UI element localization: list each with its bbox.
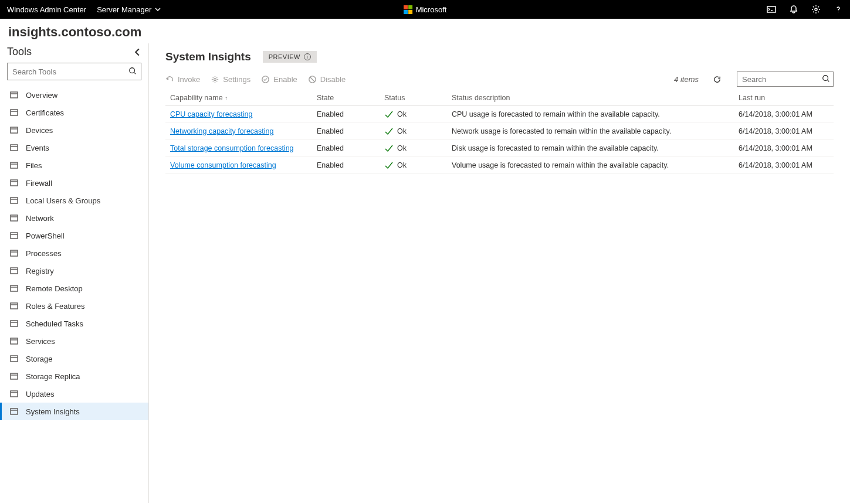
settings-icon[interactable] bbox=[811, 5, 821, 14]
collapse-sidebar-icon[interactable] bbox=[133, 48, 141, 56]
status-cell: Ok bbox=[384, 110, 442, 119]
refresh-button[interactable] bbox=[713, 75, 722, 84]
checkmark-icon bbox=[384, 161, 394, 170]
sidebar-item-label: Storage bbox=[26, 355, 53, 363]
insights-icon bbox=[9, 407, 19, 416]
svg-rect-14 bbox=[11, 268, 18, 274]
preview-badge[interactable]: PREVIEW i bbox=[263, 51, 317, 63]
sidebar-item-events[interactable]: Events bbox=[0, 139, 148, 156]
table-row[interactable]: CPU capacity forecastingEnabledOkCPU usa… bbox=[165, 106, 834, 123]
disable-button[interactable]: Disable bbox=[308, 75, 346, 84]
context-label: Server Manager bbox=[97, 5, 151, 14]
table-row[interactable]: Networking capacity forecastingEnabledOk… bbox=[165, 123, 834, 140]
svg-rect-19 bbox=[11, 356, 18, 362]
chevron-down-icon bbox=[155, 6, 161, 12]
capability-link[interactable]: Networking capacity forecasting bbox=[170, 127, 273, 135]
sidebar-item-label: System Insights bbox=[26, 407, 80, 416]
processes-icon bbox=[9, 248, 19, 258]
enable-button[interactable]: Enable bbox=[261, 75, 297, 84]
connection-header: insights.contoso.com bbox=[0, 19, 850, 43]
replica-icon bbox=[9, 372, 19, 381]
capability-link[interactable]: Volume consumption forecasting bbox=[170, 161, 276, 169]
sidebar-item-system-insights[interactable]: System Insights bbox=[0, 403, 148, 420]
table-row[interactable]: Total storage consumption forecastingEna… bbox=[165, 140, 834, 157]
sidebar-item-remote-desktop[interactable]: Remote Desktop bbox=[0, 280, 148, 297]
status-cell: Ok bbox=[384, 161, 442, 170]
files-icon bbox=[9, 161, 19, 170]
sidebar: Tools OverviewCertificatesDevicesEventsF… bbox=[0, 43, 149, 503]
sidebar-item-scheduled-tasks[interactable]: Scheduled Tasks bbox=[0, 315, 148, 332]
desc-cell: Network usage is forecasted to remain wi… bbox=[447, 123, 734, 140]
svg-rect-4 bbox=[11, 92, 18, 98]
sidebar-item-processes[interactable]: Processes bbox=[0, 244, 148, 262]
top-bar: Windows Admin Center Server Manager Micr… bbox=[0, 0, 850, 19]
help-icon[interactable] bbox=[834, 5, 843, 14]
sidebar-item-network[interactable]: Network bbox=[0, 209, 148, 227]
svg-rect-22 bbox=[11, 408, 18, 414]
disable-icon bbox=[308, 75, 317, 84]
sidebar-title: Tools bbox=[7, 46, 32, 58]
sidebar-item-label: Network bbox=[26, 214, 54, 223]
sidebar-item-local-users-groups[interactable]: Local Users & Groups bbox=[0, 192, 148, 209]
sidebar-item-overview[interactable]: Overview bbox=[0, 86, 148, 104]
sidebar-item-updates[interactable]: Updates bbox=[0, 385, 148, 403]
desc-cell: CPU usage is forecasted to remain within… bbox=[447, 106, 734, 123]
sidebar-item-certificates[interactable]: Certificates bbox=[0, 104, 148, 121]
col-capability-name[interactable]: Capability name ↑ bbox=[165, 90, 312, 106]
invoke-button[interactable]: Invoke bbox=[165, 75, 200, 84]
invoke-icon bbox=[165, 75, 174, 84]
svg-rect-21 bbox=[11, 391, 18, 397]
table-row[interactable]: Volume consumption forecastingEnabledOkV… bbox=[165, 157, 834, 174]
sidebar-item-devices[interactable]: Devices bbox=[0, 121, 148, 139]
sidebar-item-label: Scheduled Tasks bbox=[26, 319, 83, 328]
col-desc[interactable]: Status description bbox=[447, 90, 734, 106]
capability-link[interactable]: CPU capacity forecasting bbox=[170, 110, 252, 118]
state-cell: Enabled bbox=[312, 157, 380, 174]
col-last-run[interactable]: Last run bbox=[734, 90, 834, 106]
sidebar-item-label: Updates bbox=[26, 390, 54, 399]
connection-host: insights.contoso.com bbox=[8, 25, 842, 40]
firewall-icon bbox=[9, 178, 19, 188]
ms-brand: Microsoft bbox=[404, 5, 447, 14]
capability-link[interactable]: Total storage consumption forecasting bbox=[170, 144, 294, 152]
ms-label: Microsoft bbox=[416, 5, 447, 14]
last-run-cell: 6/14/2018, 3:00:01 AM bbox=[734, 140, 834, 157]
search-tools-input[interactable] bbox=[7, 63, 141, 80]
last-run-cell: 6/14/2018, 3:00:01 AM bbox=[734, 106, 834, 123]
search-icon bbox=[822, 74, 830, 83]
svg-rect-10 bbox=[11, 197, 18, 203]
sidebar-item-files[interactable]: Files bbox=[0, 156, 148, 174]
sidebar-item-registry[interactable]: Registry bbox=[0, 262, 148, 280]
checkmark-icon bbox=[384, 144, 394, 153]
settings-button[interactable]: Settings bbox=[211, 75, 250, 84]
storage-icon bbox=[9, 354, 19, 363]
sidebar-nav: OverviewCertificatesDevicesEventsFilesFi… bbox=[0, 86, 148, 420]
last-run-cell: 6/14/2018, 3:00:01 AM bbox=[734, 157, 834, 174]
col-state[interactable]: State bbox=[312, 90, 380, 106]
svg-rect-7 bbox=[11, 145, 18, 151]
svg-point-23 bbox=[214, 78, 216, 80]
table-search-input[interactable] bbox=[737, 71, 834, 87]
sidebar-item-label: Local Users & Groups bbox=[26, 196, 100, 205]
notifications-icon[interactable] bbox=[789, 5, 798, 14]
sidebar-item-storage-replica[interactable]: Storage Replica bbox=[0, 367, 148, 385]
sidebar-item-label: Devices bbox=[26, 126, 53, 135]
svg-rect-5 bbox=[11, 110, 18, 115]
sidebar-item-services[interactable]: Services bbox=[0, 332, 148, 350]
col-status[interactable]: Status bbox=[380, 90, 447, 106]
sidebar-item-label: Remote Desktop bbox=[26, 284, 83, 293]
page-title: System Insights bbox=[165, 50, 251, 63]
sidebar-item-powershell[interactable]: PowerShell bbox=[0, 227, 148, 244]
certificates-icon bbox=[9, 108, 19, 117]
status-cell: Ok bbox=[384, 144, 442, 153]
console-icon[interactable] bbox=[767, 5, 776, 14]
checkmark-icon bbox=[384, 127, 394, 136]
users-icon bbox=[9, 196, 19, 205]
sidebar-item-label: Services bbox=[26, 337, 55, 346]
sidebar-item-storage[interactable]: Storage bbox=[0, 350, 148, 367]
sidebar-item-firewall[interactable]: Firewall bbox=[0, 174, 148, 192]
checkmark-icon bbox=[384, 110, 394, 119]
desc-cell: Volume usage is forecasted to remain wit… bbox=[447, 157, 734, 174]
sidebar-item-roles-features[interactable]: Roles & Features bbox=[0, 297, 148, 315]
context-dropdown[interactable]: Server Manager bbox=[97, 5, 161, 14]
